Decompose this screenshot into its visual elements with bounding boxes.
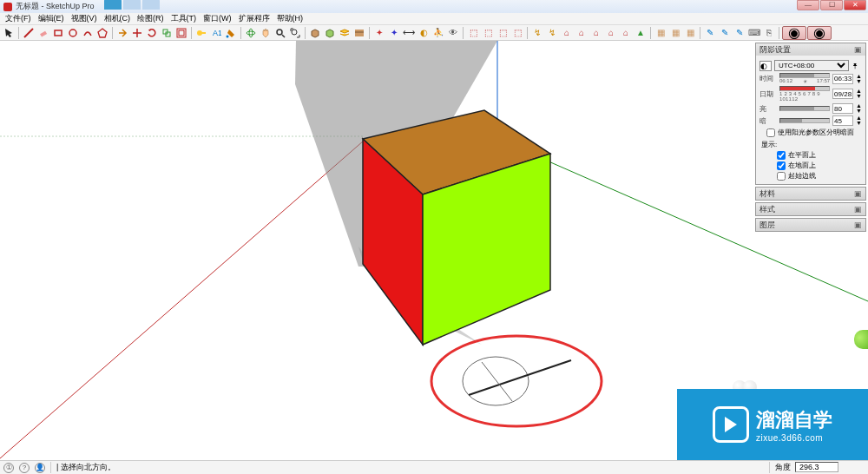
- panel-layers-header[interactable]: 图层 ▣: [756, 219, 865, 231]
- tool-c[interactable]: ⬚: [496, 26, 510, 40]
- paint-tool[interactable]: [224, 26, 238, 40]
- svg-marker-3: [98, 29, 107, 37]
- rectangle-tool[interactable]: [51, 26, 65, 40]
- menu-help[interactable]: 帮助(H): [275, 13, 306, 24]
- shadow-toggle-icon[interactable]: ◐: [760, 61, 772, 71]
- tool-s[interactable]: ⌨: [747, 26, 761, 40]
- tool-i[interactable]: ⌂: [589, 26, 603, 40]
- text-tool[interactable]: A1: [209, 26, 223, 40]
- arc-tool[interactable]: [81, 26, 95, 40]
- tool-p[interactable]: ✎: [703, 26, 717, 40]
- dark-value[interactable]: [832, 115, 853, 126]
- tool-e[interactable]: ↯: [530, 26, 544, 40]
- tool-k[interactable]: ⌂: [619, 26, 633, 40]
- tool-o[interactable]: ▦: [683, 26, 697, 40]
- tool-j[interactable]: ⌂: [604, 26, 618, 40]
- tool-n[interactable]: ▦: [668, 26, 682, 40]
- tool-f[interactable]: ↯: [545, 26, 559, 40]
- tool-m[interactable]: ▦: [654, 26, 667, 40]
- tool-big-1[interactable]: ◉: [782, 26, 806, 40]
- svg-point-16: [292, 30, 297, 35]
- menu-view[interactable]: 视图(V): [69, 13, 99, 24]
- orbit-tool[interactable]: [244, 26, 258, 40]
- offset-tool[interactable]: [174, 26, 188, 40]
- zoom-tool[interactable]: [273, 26, 287, 40]
- look-tool[interactable]: 👁: [446, 26, 460, 40]
- tool-b[interactable]: ⬚: [481, 26, 495, 40]
- tab-2[interactable]: [123, 0, 141, 10]
- tool-a[interactable]: ⬚: [466, 26, 480, 40]
- close-button[interactable]: ✕: [844, 0, 866, 10]
- status-user-icon[interactable]: 👤: [35, 463, 45, 473]
- line-tool[interactable]: [22, 26, 36, 40]
- panel-collapse-icon[interactable]: ▣: [854, 45, 862, 54]
- tool-q[interactable]: ✎: [718, 26, 732, 40]
- protractor-tool[interactable]: ◐: [417, 26, 431, 40]
- maximize-button[interactable]: ☐: [820, 0, 843, 10]
- section-tool[interactable]: ✦: [372, 26, 386, 40]
- tape-tool[interactable]: [194, 26, 208, 40]
- light-slider[interactable]: [779, 106, 830, 111]
- tab-active[interactable]: [104, 0, 122, 10]
- status-help-icon[interactable]: ?: [19, 463, 30, 473]
- tool-d[interactable]: ⬚: [510, 26, 524, 40]
- circle-tool[interactable]: [66, 26, 80, 40]
- use-sun-checkbox[interactable]: [766, 128, 775, 137]
- menu-file[interactable]: 文件(F): [3, 13, 33, 24]
- tool-t[interactable]: ⎘: [762, 26, 776, 40]
- tool-h[interactable]: ⌂: [575, 26, 589, 40]
- tab-3[interactable]: [142, 0, 160, 10]
- menu-edit[interactable]: 编辑(E): [36, 13, 66, 24]
- status-info-icon[interactable]: ①: [3, 463, 14, 473]
- dark-slider[interactable]: [779, 118, 830, 123]
- on-face-checkbox[interactable]: [777, 151, 786, 160]
- app-tabs: [104, 0, 160, 10]
- tool-l[interactable]: ▲: [634, 26, 648, 40]
- shadow-pin-icon[interactable]: 🖈: [852, 62, 862, 70]
- scale-tool[interactable]: [160, 26, 174, 40]
- tool-r[interactable]: ✎: [733, 26, 746, 40]
- group-tool[interactable]: [323, 26, 337, 40]
- panel-shadow-header[interactable]: 阴影设置 ▣: [756, 43, 865, 56]
- time-stepper[interactable]: ▲▼: [856, 74, 862, 84]
- panel-materials-header[interactable]: 材料 ▣: [756, 188, 865, 200]
- timezone-select[interactable]: UTC+08:00: [774, 60, 849, 71]
- panel-styles-header[interactable]: 样式 ▣: [756, 203, 865, 215]
- panel-expand-icon[interactable]: ▣: [854, 205, 862, 214]
- outliner-icon[interactable]: [352, 26, 366, 40]
- on-ground-checkbox[interactable]: [777, 161, 786, 170]
- eraser-tool[interactable]: [36, 26, 50, 40]
- dark-stepper[interactable]: ▲▼: [856, 115, 862, 126]
- panel-expand-icon[interactable]: ▣: [854, 189, 862, 198]
- rotate-tool[interactable]: [145, 26, 159, 40]
- layers-icon[interactable]: [338, 26, 352, 40]
- move-tool[interactable]: [130, 26, 144, 40]
- svg-point-11: [227, 35, 229, 37]
- date-stepper[interactable]: ▲▼: [856, 89, 862, 99]
- light-value[interactable]: [832, 103, 853, 114]
- component-tool[interactable]: [308, 26, 322, 40]
- side-panels: 阴影设置 ▣ ◐ UTC+08:00 🖈 时间 06:12 ☀ 17:57: [755, 43, 866, 234]
- dimension-tool[interactable]: ⟷: [402, 26, 416, 40]
- pan-tool[interactable]: [259, 26, 273, 40]
- polygon-tool[interactable]: [95, 26, 109, 40]
- select-tool[interactable]: [2, 26, 16, 40]
- light-stepper[interactable]: ▲▼: [856, 103, 862, 114]
- menu-camera[interactable]: 相机(C): [102, 13, 133, 24]
- time-value[interactable]: [832, 74, 853, 84]
- panel-expand-icon[interactable]: ▣: [854, 221, 862, 229]
- tool-big-2[interactable]: ◉: [807, 26, 832, 40]
- menu-window[interactable]: 窗口(W): [201, 13, 233, 24]
- minimize-button[interactable]: —: [797, 0, 819, 10]
- from-edge-checkbox[interactable]: [777, 172, 786, 181]
- side-badge[interactable]: [854, 330, 868, 349]
- menu-tools[interactable]: 工具(T): [169, 13, 199, 24]
- walk-tool[interactable]: ⛹: [431, 26, 445, 40]
- menu-draw[interactable]: 绘图(R): [135, 13, 166, 24]
- tool-g[interactable]: ⌂: [560, 26, 574, 40]
- menu-ext[interactable]: 扩展程序: [237, 13, 272, 24]
- axes-tool[interactable]: ✦: [387, 26, 401, 40]
- date-value[interactable]: [832, 89, 853, 99]
- zoom-extents-tool[interactable]: [288, 26, 302, 40]
- pushpull-tool[interactable]: [115, 26, 129, 40]
